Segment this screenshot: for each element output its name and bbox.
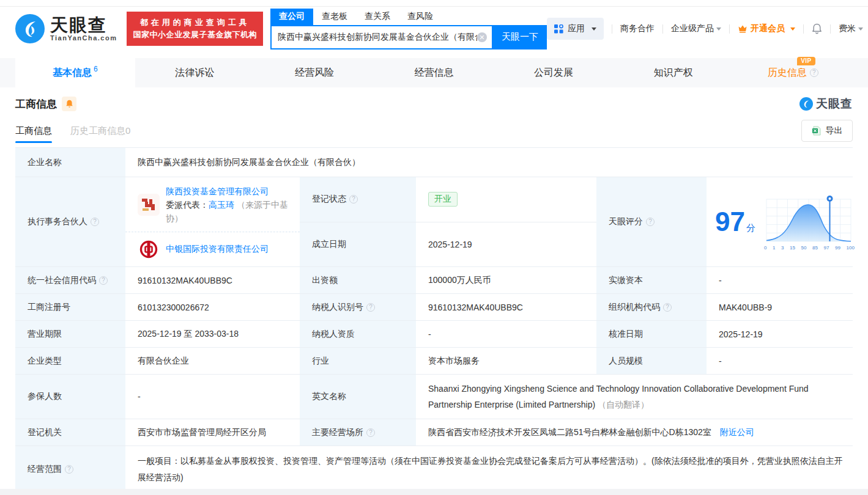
tab-history-info[interactable]: 历史信息 VIP ?: [733, 58, 853, 87]
approve-date-value: 2025-12-19: [707, 321, 853, 347]
capital-value: 100000万人民币: [416, 267, 596, 293]
help-icon[interactable]: ?: [366, 303, 375, 312]
help-icon[interactable]: ?: [349, 195, 358, 204]
nearby-companies-link[interactable]: 附近公司: [720, 427, 754, 438]
establish-date-label: 成立日期: [300, 222, 416, 267]
search-tab-company[interactable]: 查公司: [270, 9, 313, 25]
score-number-wrap: 97分: [715, 208, 755, 235]
score-unit: 分: [746, 222, 755, 233]
help-icon[interactable]: ?: [65, 465, 73, 474]
nav-divider: [662, 24, 663, 34]
subtab-business-info[interactable]: 工商信息: [15, 118, 52, 144]
export-button[interactable]: 导出: [801, 120, 853, 142]
partner2-name-link[interactable]: 中银国际投资有限责任公司: [166, 244, 269, 255]
excel-icon: [812, 126, 822, 136]
logo-text: 天眼查 TianYanCha.com: [50, 16, 117, 42]
reg-number-label: 工商注册号: [15, 294, 125, 320]
nav-divider: [803, 24, 804, 34]
subscribe-bell-button[interactable]: [62, 97, 76, 111]
search-button[interactable]: 天眼一下: [493, 25, 547, 50]
user-menu[interactable]: 费米: [839, 23, 863, 34]
company-name-value: 陕西中赢兴盛科技创新协同发展基金合伙企业（有限合伙）: [125, 148, 853, 177]
tab-intellectual-property[interactable]: 知识产权: [614, 58, 733, 87]
apps-menu-button[interactable]: 应用: [547, 18, 604, 40]
help-icon[interactable]: ?: [91, 218, 99, 226]
page-bottom-strip: [0, 489, 868, 495]
org-code-label: 组织机构代码?: [596, 294, 707, 320]
tianyan-score-value[interactable]: 97分: [707, 177, 853, 266]
english-name-label: 英文名称: [300, 375, 416, 419]
help-icon[interactable]: ?: [810, 68, 818, 77]
brand-name: 天眼查: [50, 16, 117, 34]
tab-business-info[interactable]: 经营信息: [374, 58, 494, 87]
partner1-name-link[interactable]: 陕西投资基金管理有限公司: [166, 186, 269, 196]
english-name-value: Shaanxi Zhongying Xingsheng Science and …: [416, 375, 853, 419]
promo-line-1: 都在用的商业查询工具: [133, 16, 257, 29]
help-icon[interactable]: ?: [366, 428, 375, 437]
table-row: 工商注册号 610132300026672 纳税人识别号? 91610132MA…: [15, 294, 853, 321]
top-divider: [0, 6, 868, 7]
auto-translate-note: （自动翻译）: [598, 400, 649, 409]
nav-divider: [612, 24, 612, 34]
table-row: 营业期限 2025-12-19 至 2033-03-18 纳税人资质 - 核准日…: [15, 321, 853, 348]
score-number: 97: [715, 207, 745, 237]
tianyancha-logo-icon: [15, 14, 45, 43]
partner-list: 陕西投资基金管理有限公司 委派代表：高玉琦 （来源于中基协） 中银国际投资有限: [125, 177, 300, 266]
tab-basic-info[interactable]: 基本信息 6: [15, 58, 135, 87]
clear-search-icon[interactable]: ✕: [477, 32, 487, 42]
help-icon[interactable]: ?: [663, 303, 672, 312]
table-row: 登记机关 西安市市场监督管理局经开区分局 主要经营场所? 陕西省西安市经济技术开…: [15, 419, 853, 446]
tab-legal[interactable]: 法律诉讼: [135, 58, 255, 87]
notification-bell-icon[interactable]: [812, 23, 822, 34]
registration-authority-label: 登记机关: [15, 419, 125, 446]
apps-grid-icon: [554, 24, 563, 34]
reg-status-row: 登记状态? 开业: [300, 177, 596, 222]
help-icon[interactable]: ?: [99, 276, 108, 285]
business-term-value: 2025-12-19 至 2033-03-18: [125, 321, 300, 347]
table-row: 参保人数 - 英文名称 Shaanxi Zhongying Xingsheng …: [15, 375, 853, 419]
tab-business-risk[interactable]: 经营风险: [254, 58, 374, 87]
nav-cooperation[interactable]: 商务合作: [620, 23, 655, 34]
business-address-value: 陕西省西安市经济技术开发区凤城二路51号白桦林金融创新中心D栋1302室 附近公…: [416, 419, 853, 446]
partner-item: 中银国际投资有限责任公司: [125, 232, 300, 266]
enterprise-label: 企业级产品: [671, 23, 714, 34]
subtab-history-business-info[interactable]: 历史工商信息0: [70, 118, 130, 144]
rep-name-link[interactable]: 高玉琦: [209, 200, 234, 210]
section-title: 工商信息: [15, 97, 57, 111]
org-code-value: MAK40UBB-9: [707, 294, 853, 320]
watermark-text: 天眼查: [816, 96, 853, 112]
brand-domain: TianYanCha.com: [50, 34, 117, 42]
watermark: 天眼查: [799, 96, 853, 112]
search-query-text: 陕西中赢兴盛科技创新协同发展基金合伙企业（有限合: [278, 32, 477, 43]
table-row: 企业名称 陕西中赢兴盛科技创新协同发展基金合伙企业（有限合伙）: [15, 148, 853, 177]
chevron-down-icon: [716, 28, 721, 31]
taxpayer-quality-value: -: [416, 321, 596, 347]
taxpayer-quality-label: 纳税人资质: [300, 321, 416, 347]
reg-number-value: 610132300026672: [125, 294, 300, 320]
tab-basic-count: 6: [94, 65, 98, 73]
search-box: 陕西中赢兴盛科技创新协同发展基金合伙企业（有限合 ✕ 天眼一下: [270, 25, 547, 50]
open-vip-button[interactable]: 开通会员: [738, 23, 795, 34]
search-tab-risk[interactable]: 查风险: [399, 9, 442, 25]
paid-capital-value: -: [707, 267, 853, 293]
help-icon[interactable]: ?: [646, 218, 655, 226]
establish-date-row: 成立日期 2025-12-19: [300, 222, 596, 267]
tab-history-label: 历史信息: [768, 67, 807, 79]
tab-basic-label: 基本信息: [53, 67, 92, 79]
tianyancha-logo[interactable]: 天眼查 TianYanCha.com: [15, 14, 117, 43]
nav-enterprise-products[interactable]: 企业级产品: [671, 23, 721, 34]
business-scope-label: 经营范围?: [15, 446, 125, 493]
top-nav: 应用 商务合作 企业级产品 开通会员: [547, 18, 863, 40]
company-name-label: 企业名称: [15, 148, 125, 177]
nav-divider: [729, 24, 730, 34]
search-tab-relation[interactable]: 查关系: [356, 9, 399, 25]
history-label-wrap: 历史信息 VIP: [768, 67, 807, 79]
search-input[interactable]: 陕西中赢兴盛科技创新协同发展基金合伙企业（有限合 ✕: [270, 25, 493, 50]
search-tab-boss[interactable]: 查老板: [313, 9, 356, 25]
tab-company-development[interactable]: 公司发展: [494, 58, 614, 87]
approve-date-label: 核准日期: [596, 321, 707, 347]
score-distribution-chart: 01 315 5085 9799 100: [763, 193, 856, 251]
promo-line-2: 国家中小企业发展子基金旗下机构: [133, 29, 257, 41]
partner1-text: 陕西投资基金管理有限公司 委派代表：高玉琦 （来源于中基协）: [166, 185, 291, 225]
industry-value: 资本市场服务: [416, 348, 596, 374]
